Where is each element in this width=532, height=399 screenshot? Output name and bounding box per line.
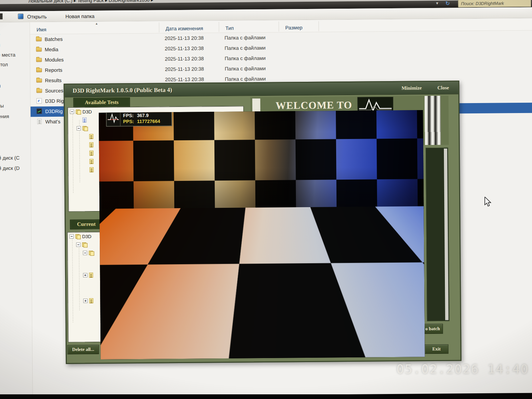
photo-frame: Локальный диск (C:) ▸ Testing Pack ▸ D3D… bbox=[0, 0, 532, 399]
tree-node-icon bbox=[76, 109, 81, 114]
address-dropdown-icon[interactable]: ▾ bbox=[436, 1, 438, 6]
fps-overlay: FPS: 367.9 PPS: 117727664 bbox=[106, 110, 172, 126]
tree-expander-icon[interactable] bbox=[76, 242, 80, 247]
sidebar-item[interactable]: й диск (D bbox=[0, 165, 20, 171]
window-title: D3D RightMark 1.0.5.0 (Public Beta 4) bbox=[72, 86, 172, 94]
tree-node-icon bbox=[82, 126, 87, 130]
column-type[interactable]: Тип bbox=[225, 25, 234, 31]
test-description-panel bbox=[426, 148, 450, 322]
tree-expander-icon[interactable] bbox=[76, 126, 81, 130]
open-button[interactable]: Открыть bbox=[25, 12, 49, 21]
tree-expander-icon[interactable] bbox=[70, 110, 74, 114]
rightmark-titlebar[interactable]: D3D RightMark 1.0.5.0 (Public Beta 4) Mi… bbox=[65, 81, 458, 97]
file-name: Modules bbox=[45, 57, 64, 63]
search-input[interactable] bbox=[458, 0, 531, 7]
tree-node-icon bbox=[89, 273, 93, 278]
sidebar-item[interactable]: й диск (C bbox=[0, 155, 20, 161]
column-divider[interactable] bbox=[219, 22, 219, 32]
column-divider[interactable] bbox=[159, 23, 159, 33]
tree-node-label: D3D bbox=[82, 109, 92, 114]
minimize-button[interactable]: Minimize bbox=[402, 85, 422, 91]
pps-line: PPS: 117727664 bbox=[123, 118, 160, 124]
close-button[interactable]: Close bbox=[437, 85, 449, 91]
file-icon bbox=[36, 78, 42, 82]
sidebar-item[interactable]: е места bbox=[0, 52, 15, 58]
screen: Локальный диск (C:) ▸ Testing Pack ▸ D3D… bbox=[0, 0, 532, 397]
sidebar-item[interactable]: е bbox=[0, 31, 0, 37]
file-name: Media bbox=[45, 47, 58, 52]
tree-node-icon bbox=[75, 234, 80, 238]
column-name[interactable]: Имя bbox=[37, 27, 46, 32]
file-type: Папка с файлами bbox=[224, 35, 265, 41]
waveform-icon bbox=[106, 111, 120, 126]
tree-node-icon bbox=[89, 167, 93, 172]
current-batch-header: Current bbox=[70, 219, 103, 229]
file-date: 2025-11-13 20:38 bbox=[165, 45, 203, 51]
fps-line: FPS: 367.9 bbox=[123, 112, 160, 118]
file-date: 2025-11-13 20:38 bbox=[165, 66, 204, 72]
file-name: What's bbox=[45, 119, 61, 124]
fps-label: FPS: bbox=[123, 112, 136, 118]
sort-ascending-icon[interactable]: ▲ bbox=[95, 22, 98, 25]
file-icon bbox=[36, 58, 42, 62]
navigation-pane: е и е места стол и ты ения й диск (C й д… bbox=[0, 22, 33, 397]
sidebar-item[interactable]: и bbox=[0, 42, 0, 48]
logo-stripes-decoration bbox=[425, 96, 441, 145]
organize-button-fragment[interactable] bbox=[0, 13, 3, 19]
file-date: 2025-11-13 20:38 bbox=[165, 76, 204, 82]
file-name: D3DRig bbox=[45, 108, 63, 114]
open-app-icon bbox=[18, 14, 24, 19]
column-divider[interactable] bbox=[319, 21, 319, 31]
file-icon bbox=[36, 37, 42, 41]
file-name: D3D Rig bbox=[45, 98, 64, 104]
file-name: Batches bbox=[45, 36, 63, 42]
refresh-icon[interactable]: ↻ bbox=[445, 0, 450, 7]
tree-node-icon bbox=[82, 242, 87, 247]
tree-expander-icon[interactable] bbox=[83, 299, 87, 303]
photo-edge bbox=[0, 394, 532, 399]
tree-node-icon bbox=[89, 151, 93, 156]
column-size[interactable]: Размер bbox=[285, 25, 303, 30]
tree-node-label: D3D bbox=[82, 234, 91, 239]
file-type: Папка с файлами bbox=[225, 66, 266, 71]
file-name: Reports bbox=[45, 67, 63, 73]
delete-all-button[interactable]: Delete all... bbox=[67, 345, 99, 354]
available-tests-header: Available Tests bbox=[73, 97, 130, 107]
file-date: 2025-11-13 20:38 bbox=[165, 35, 203, 41]
sidebar-item[interactable]: ты bbox=[0, 103, 4, 108]
file-icon bbox=[36, 68, 42, 72]
tree-expander-icon[interactable] bbox=[83, 251, 87, 255]
add-to-batch-button[interactable]: o batch bbox=[422, 324, 443, 334]
tree-expander-icon[interactable] bbox=[83, 273, 87, 277]
pps-value: 117727664 bbox=[137, 118, 160, 124]
sidebar-item[interactable]: стол bbox=[0, 62, 8, 67]
file-icon bbox=[36, 89, 42, 93]
tree-node-icon bbox=[89, 251, 94, 255]
file-date: 2025-11-13 20:38 bbox=[165, 56, 204, 62]
exit-button[interactable]: Exit bbox=[425, 344, 449, 354]
file-type: Папка с файлами bbox=[224, 45, 265, 51]
file-type: Папка с файлами bbox=[225, 55, 266, 61]
tree-node-icon bbox=[89, 298, 93, 303]
welcome-text: WELCOME TO bbox=[276, 99, 352, 112]
camera-timestamp: 05.02.2026 14:40 bbox=[396, 362, 529, 376]
file-type: Папка с файлами bbox=[225, 76, 266, 82]
file-icon bbox=[37, 119, 42, 124]
tree-node-icon bbox=[82, 117, 86, 122]
sidebar-item[interactable]: ения bbox=[0, 113, 9, 119]
tree-node-icon bbox=[89, 159, 93, 164]
tree-node-icon bbox=[89, 142, 93, 147]
new-folder-button[interactable]: Новая папка bbox=[64, 12, 97, 20]
pps-label: PPS: bbox=[123, 118, 136, 124]
file-icon bbox=[37, 98, 42, 103]
sidebar-item[interactable]: и bbox=[0, 83, 1, 88]
fps-readout: FPS: 367.9 PPS: 117727664 bbox=[120, 110, 163, 126]
file-name: Results bbox=[45, 77, 62, 83]
tree-expander-icon[interactable] bbox=[69, 234, 74, 239]
column-date[interactable]: Дата изменения bbox=[166, 25, 203, 31]
file-icon bbox=[37, 108, 42, 114]
column-divider[interactable] bbox=[279, 22, 279, 32]
mouse-cursor bbox=[484, 197, 493, 208]
tree-node-icon bbox=[89, 134, 93, 139]
file-name: Sources bbox=[45, 88, 63, 93]
